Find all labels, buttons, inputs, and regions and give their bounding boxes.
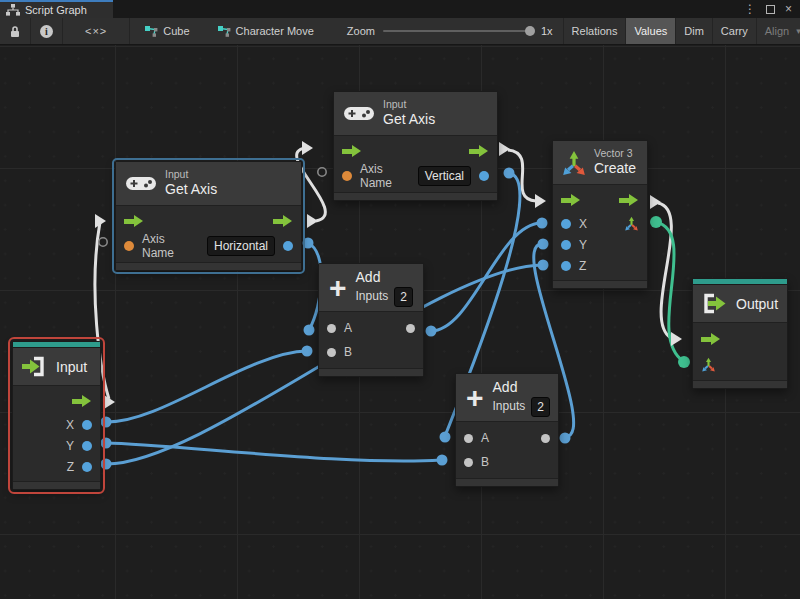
- window-controls: ⋮ ×: [744, 0, 800, 18]
- maximize-icon[interactable]: [766, 5, 775, 14]
- chevron-down-icon: ▾: [796, 26, 800, 36]
- graph-toolbar: i <×> Cube: [0, 18, 800, 45]
- flow-in-port[interactable]: [124, 215, 144, 228]
- port-label: A: [344, 321, 352, 335]
- flow-out-port[interactable]: [72, 395, 92, 408]
- tab-title: Script Graph: [25, 4, 87, 16]
- y-in-port[interactable]: [561, 240, 571, 250]
- node-get-axis-vertical[interactable]: Input Get Axis Axis Name Vertical: [333, 91, 498, 201]
- y-out-port[interactable]: [82, 441, 92, 451]
- relations-toggle[interactable]: Relations: [563, 18, 626, 44]
- input-b-port[interactable]: [327, 348, 336, 357]
- inputs-count-field[interactable]: 2: [394, 287, 413, 307]
- align-label: Align: [765, 25, 789, 37]
- flow-out-port[interactable]: [619, 194, 639, 207]
- inputs-label: Inputs: [493, 399, 526, 415]
- z-out-port[interactable]: [82, 462, 92, 472]
- lock-button[interactable]: [0, 18, 31, 44]
- zoom-slider-handle[interactable]: [525, 26, 535, 36]
- node-add-1[interactable]: + Add Inputs 2 A B: [318, 263, 424, 377]
- input-icon: [21, 356, 47, 377]
- z-in-port[interactable]: [561, 261, 571, 271]
- gamepad-icon: [344, 104, 374, 123]
- value-out-port[interactable]: [283, 241, 293, 251]
- zoom-control: Zoom 1x: [337, 18, 563, 44]
- toolbar-toggles: Relations Values Dim Carry Align ▾ Distr…: [563, 18, 800, 44]
- node-header: Vector 3 Create: [553, 141, 647, 185]
- flow-out-port[interactable]: [273, 215, 293, 228]
- value-out-port[interactable]: [479, 171, 489, 181]
- vector3-out-port[interactable]: [624, 216, 639, 231]
- more-menu-icon[interactable]: ⋮: [744, 3, 756, 15]
- node-get-axis-horizontal[interactable]: Input Get Axis Axis Name Horizontal: [115, 161, 302, 271]
- sum-out-port[interactable]: [406, 324, 415, 333]
- values-label: Values: [634, 25, 667, 37]
- port-label: Z: [579, 259, 586, 273]
- script-graph-window: Script Graph ⋮ × i <×>: [0, 0, 800, 599]
- graph-node-icon: [218, 26, 231, 37]
- info-icon: i: [40, 25, 53, 38]
- port-label: X: [579, 217, 587, 231]
- node-title: Get Axis: [383, 111, 435, 129]
- node-title: Input: [56, 359, 87, 375]
- input-a-port[interactable]: [464, 434, 473, 443]
- node-header: Input: [13, 348, 100, 386]
- vector3-in-port[interactable]: [701, 357, 716, 372]
- output-icon: [701, 293, 727, 314]
- node-title: Add: [493, 378, 550, 396]
- dim-toggle[interactable]: Dim: [675, 18, 712, 44]
- node-footer: [116, 262, 301, 270]
- flow-in-port[interactable]: [701, 333, 721, 346]
- x-out-port[interactable]: [82, 420, 92, 430]
- hierarchy-icon: [6, 4, 20, 16]
- input-b-port[interactable]: [464, 458, 473, 467]
- inputs-count-field[interactable]: 2: [531, 397, 550, 417]
- close-icon[interactable]: ×: [785, 3, 792, 15]
- node-footer: [334, 192, 497, 200]
- zoom-to-fit-button[interactable]: <×>: [63, 18, 130, 44]
- node-header: Output: [693, 285, 787, 323]
- flow-out-port[interactable]: [469, 145, 489, 158]
- flow-in-port[interactable]: [561, 194, 581, 207]
- zoom-value: 1x: [541, 25, 553, 37]
- node-header: Input Get Axis: [334, 92, 497, 136]
- add-icon: +: [329, 275, 347, 301]
- gamepad-icon: [126, 174, 156, 193]
- node-category: Input: [165, 168, 217, 181]
- node-footer: [319, 368, 423, 376]
- flow-in-port[interactable]: [342, 145, 362, 158]
- node-output[interactable]: Output: [692, 278, 788, 389]
- tab-bar: Script Graph ⋮ ×: [0, 0, 800, 18]
- node-footer: [693, 380, 787, 388]
- node-header: + Add Inputs 2: [319, 264, 423, 312]
- node-header: Input Get Axis: [116, 162, 301, 206]
- sum-out-port[interactable]: [541, 434, 550, 443]
- tab-script-graph[interactable]: Script Graph: [0, 0, 113, 18]
- align-dropdown[interactable]: Align ▾: [756, 18, 800, 44]
- node-title: Add: [356, 268, 413, 286]
- zoom-label: Zoom: [347, 25, 375, 37]
- port-label: Z: [67, 460, 74, 474]
- axis-name-in-port[interactable]: [342, 171, 352, 181]
- axis-name-field[interactable]: Vertical: [418, 166, 471, 186]
- x-in-port[interactable]: [561, 219, 571, 229]
- node-category: Vector 3: [594, 147, 636, 160]
- node-input[interactable]: Input X Y Z: [12, 341, 101, 490]
- zoom-slider[interactable]: [383, 30, 533, 32]
- node-add-2[interactable]: + Add Inputs 2 A B: [455, 373, 559, 487]
- node-vector3-create[interactable]: Vector 3 Create X: [552, 140, 648, 289]
- axis-name-in-port[interactable]: [124, 241, 134, 251]
- breadcrumb-cube[interactable]: Cube: [136, 18, 198, 44]
- info-button[interactable]: i: [31, 18, 63, 44]
- node-title: Create: [594, 160, 636, 178]
- carry-toggle[interactable]: Carry: [712, 18, 756, 44]
- node-title: Output: [736, 296, 778, 312]
- breadcrumb-character-move[interactable]: Character Move: [209, 18, 323, 44]
- breadcrumb-cube-label: Cube: [163, 25, 189, 37]
- lock-icon: [9, 25, 21, 38]
- carry-label: Carry: [721, 25, 748, 37]
- axis-name-field[interactable]: Horizontal: [207, 236, 275, 256]
- values-toggle[interactable]: Values: [625, 18, 675, 44]
- node-footer: [456, 478, 558, 486]
- input-a-port[interactable]: [327, 324, 336, 333]
